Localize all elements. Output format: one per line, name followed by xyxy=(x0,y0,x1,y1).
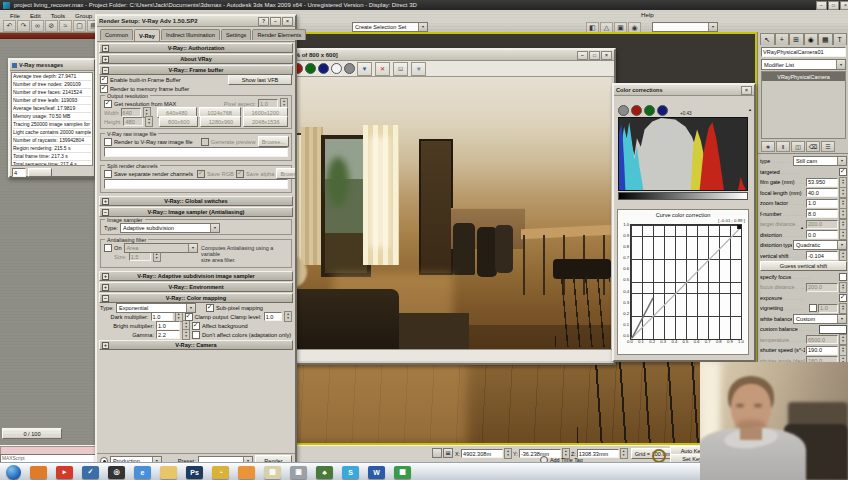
rollout-camera[interactable]: V-Ray:: Camera xyxy=(99,340,293,350)
photoshop-icon[interactable]: Ps xyxy=(186,466,203,479)
clamp-level-field[interactable]: 1.0 xyxy=(264,312,282,321)
focus-distance-field[interactable]: 200.0 xyxy=(806,283,838,292)
exposure-checkbox[interactable] xyxy=(839,294,847,302)
alpha-channel-icon[interactable] xyxy=(331,63,342,74)
raw-browse-button[interactable]: Browse... xyxy=(258,136,289,147)
rollout-color-mapping[interactable]: V-Ray:: Color mapping xyxy=(99,293,293,303)
undo-icon[interactable]: ↶ xyxy=(3,20,16,32)
selection-lock-icon[interactable] xyxy=(432,448,442,458)
split-file-path-field[interactable] xyxy=(104,179,288,189)
show-end-result-icon[interactable]: ‖ xyxy=(776,141,790,152)
dialog-close-button[interactable]: × xyxy=(282,17,293,26)
utilities-tab-icon[interactable]: T xyxy=(833,33,848,45)
rollout-about-vray[interactable]: About VRay xyxy=(99,54,293,64)
rollout-image-sampler[interactable]: V-Ray:: Image sampler (Antialiasing) xyxy=(99,207,293,217)
shutter-speed-spinner[interactable] xyxy=(839,345,847,356)
res-800-button[interactable]: 800x600 xyxy=(159,116,198,127)
cc-blue-icon[interactable] xyxy=(657,105,668,116)
shutter-speed-field[interactable]: 190.0 xyxy=(806,346,838,355)
aa-size-field[interactable]: 1.5 xyxy=(129,252,151,261)
pin-stack-icon[interactable]: ∗ xyxy=(761,141,775,152)
vertical-shift-spinner[interactable] xyxy=(839,250,847,261)
custom-balance-swatch[interactable] xyxy=(819,325,847,334)
motion-tab-icon[interactable]: ◉ xyxy=(804,33,819,45)
select-object-icon[interactable]: ▢ xyxy=(73,20,86,32)
get-resolution-checkbox[interactable] xyxy=(104,100,112,108)
dialog-help-button[interactable]: ? xyxy=(258,17,269,26)
dark-app-icon[interactable]: ◎ xyxy=(108,466,125,479)
f-number-spinner[interactable] xyxy=(839,208,847,219)
height-spinner[interactable] xyxy=(145,116,153,127)
tab-indirect-illumination[interactable]: Indirect Illumination xyxy=(161,29,220,40)
enable-frame-buffer-checkbox[interactable] xyxy=(100,76,108,84)
targeted-checkbox[interactable] xyxy=(839,168,847,176)
modify-tab-icon[interactable]: + xyxy=(775,33,790,45)
messages-ok-button[interactable] xyxy=(28,168,52,177)
cc-mono-icon[interactable] xyxy=(618,105,629,116)
rollout-frame-buffer[interactable]: V-Ray:: Frame buffer xyxy=(99,65,293,75)
cm-type-dropdown[interactable]: Exponential xyxy=(116,303,196,313)
generate-preview-checkbox[interactable] xyxy=(201,138,209,146)
dont-affect-checkbox[interactable] xyxy=(192,331,200,339)
save-image-icon[interactable]: ▼ xyxy=(357,62,372,76)
film-gate-spinner[interactable] xyxy=(839,177,847,188)
chrome-icon[interactable]: ◔ xyxy=(212,466,229,479)
bright-mult-field[interactable]: 1.0 xyxy=(156,321,180,330)
tab-settings[interactable]: Settings xyxy=(221,29,252,40)
gray-app-icon[interactable]: ▣ xyxy=(290,466,307,479)
tab-common[interactable]: Common xyxy=(100,29,133,40)
redo-icon[interactable]: ↷ xyxy=(17,20,30,32)
start-orb[interactable] xyxy=(6,465,21,480)
aa-filter-dropdown[interactable]: Area xyxy=(124,243,198,253)
checkmark-app-icon[interactable]: ✓ xyxy=(82,466,99,479)
render-to-memory-checkbox[interactable] xyxy=(100,85,108,93)
render-raw-checkbox[interactable] xyxy=(104,138,112,146)
cc-levels-gradient[interactable] xyxy=(618,192,748,200)
clamp-output-checkbox[interactable] xyxy=(185,313,193,321)
rollout-global-switches[interactable]: V-Ray:: Global switches xyxy=(99,196,293,206)
green-tree-app-icon[interactable]: ♣ xyxy=(316,466,333,479)
vignetting-checkbox[interactable] xyxy=(809,304,817,312)
x-coord-field[interactable]: 4902.308m xyxy=(461,449,503,458)
cc-right-marker[interactable]: +0.9 xyxy=(732,226,848,234)
temperature-field[interactable]: 6500.0 xyxy=(806,335,838,344)
maximize-button[interactable]: □ xyxy=(828,1,839,10)
width-field[interactable]: 640 xyxy=(121,108,141,117)
type-dropdown[interactable]: Still cam xyxy=(793,156,847,166)
configure-modifier-sets-icon[interactable]: ☰ xyxy=(821,141,835,152)
object-name-field[interactable]: VRayPhysicalCamera01 xyxy=(761,47,846,57)
close-button[interactable]: × xyxy=(840,1,848,10)
raw-file-path-field[interactable] xyxy=(104,147,288,157)
make-unique-icon[interactable]: ◫ xyxy=(791,141,805,152)
absolute-mode-icon[interactable]: ⊞ xyxy=(443,448,453,458)
vfb-close-button[interactable]: × xyxy=(601,51,612,60)
aa-on-checkbox[interactable] xyxy=(104,244,112,252)
gamma-spinner[interactable] xyxy=(182,329,190,340)
bind-spacewarp-icon[interactable]: ≈ xyxy=(59,20,72,32)
hierarchy-tab-icon[interactable]: ⊞ xyxy=(789,33,804,45)
affect-bg-checkbox[interactable] xyxy=(192,322,200,330)
guess-vertical-shift-button[interactable]: Guess vertical shift xyxy=(760,261,847,271)
focal-length-spinner[interactable] xyxy=(839,187,847,198)
dark-mult-field[interactable]: 1.0 xyxy=(151,312,173,321)
sampler-type-dropdown[interactable]: Adaptive subdivision xyxy=(120,223,220,233)
cc-histogram[interactable] xyxy=(618,117,748,191)
tab-vray[interactable]: V-Ray xyxy=(134,29,160,41)
firefox-icon[interactable] xyxy=(30,466,47,479)
messages-count-field[interactable]: 4 xyxy=(12,168,26,177)
gamma-field[interactable]: 2.2 xyxy=(156,330,180,339)
curve-grid[interactable] xyxy=(630,224,742,340)
vignetting-spinner[interactable] xyxy=(839,303,847,314)
save-channels-checkbox[interactable] xyxy=(104,170,112,178)
res-2048-button[interactable]: 2048x1536 xyxy=(243,116,288,127)
remove-modifier-icon[interactable]: ⌫ xyxy=(806,141,820,152)
unlink-icon[interactable]: ⊘ xyxy=(45,20,58,32)
track-mouse-icon[interactable]: ✳ xyxy=(411,62,426,76)
monochrome-icon[interactable] xyxy=(344,63,355,74)
aa-size-spinner[interactable] xyxy=(153,251,161,262)
distortion-type-dropdown[interactable]: Quadratic xyxy=(793,240,847,250)
time-slider[interactable]: 0 / 100 xyxy=(2,428,62,439)
media-player-icon[interactable]: ▸ xyxy=(56,466,73,479)
vray-messages-list[interactable]: Average tree depth: 27.9471Number of tre… xyxy=(11,72,93,166)
named-selection-set-combo[interactable]: Create Selection Set xyxy=(352,22,428,32)
